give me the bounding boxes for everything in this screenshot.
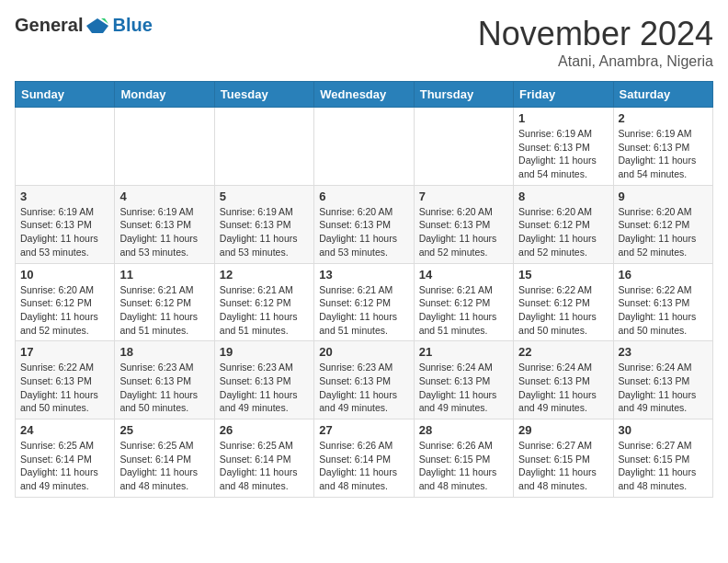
day-info: Sunrise: 6:21 AM Sunset: 6:12 PM Dayligh… [319, 283, 408, 338]
day-info: Sunrise: 6:26 AM Sunset: 6:14 PM Dayligh… [319, 439, 408, 493]
day-info: Sunrise: 6:19 AM Sunset: 6:13 PM Dayligh… [220, 205, 309, 259]
calendar-cell: 18Sunrise: 6:23 AM Sunset: 6:13 PM Dayli… [115, 341, 214, 419]
day-info: Sunrise: 6:23 AM Sunset: 6:13 PM Dayligh… [119, 361, 209, 415]
calendar-week-row: 24Sunrise: 6:25 AM Sunset: 6:14 PM Dayli… [16, 419, 713, 498]
calendar-cell: 19Sunrise: 6:23 AM Sunset: 6:13 PM Dayli… [214, 341, 313, 419]
calendar-cell: 29Sunrise: 6:27 AM Sunset: 6:15 PM Dayli… [514, 419, 613, 498]
day-number: 21 [419, 345, 508, 359]
day-info: Sunrise: 6:25 AM Sunset: 6:14 PM Dayligh… [119, 439, 209, 493]
day-info: Sunrise: 6:20 AM Sunset: 6:13 PM Dayligh… [319, 205, 408, 259]
calendar-cell: 14Sunrise: 6:21 AM Sunset: 6:12 PM Dayli… [414, 263, 513, 341]
weekday-header-sunday: Sunday [16, 82, 115, 108]
day-number: 9 [619, 190, 708, 203]
day-info: Sunrise: 6:19 AM Sunset: 6:13 PM Dayligh… [619, 127, 708, 181]
day-number: 5 [220, 190, 309, 203]
weekday-header-thursday: Thursday [414, 82, 513, 108]
calendar-cell: 5Sunrise: 6:19 AM Sunset: 6:13 PM Daylig… [214, 185, 313, 263]
calendar-cell: 4Sunrise: 6:19 AM Sunset: 6:13 PM Daylig… [115, 185, 214, 263]
day-number: 29 [518, 423, 608, 437]
day-info: Sunrise: 6:19 AM Sunset: 6:13 PM Dayligh… [518, 127, 608, 181]
calendar-cell: 30Sunrise: 6:27 AM Sunset: 6:15 PM Dayli… [613, 419, 712, 498]
day-info: Sunrise: 6:19 AM Sunset: 6:13 PM Dayligh… [119, 205, 209, 259]
day-number: 23 [619, 345, 708, 359]
day-info: Sunrise: 6:27 AM Sunset: 6:15 PM Dayligh… [518, 439, 608, 493]
weekday-header-wednesday: Wednesday [314, 82, 414, 108]
day-number: 2 [619, 111, 708, 125]
weekday-header-monday: Monday [115, 82, 214, 108]
calendar-cell: 26Sunrise: 6:25 AM Sunset: 6:14 PM Dayli… [214, 419, 313, 498]
calendar-cell: 23Sunrise: 6:24 AM Sunset: 6:13 PM Dayli… [613, 341, 712, 419]
calendar-cell: 24Sunrise: 6:25 AM Sunset: 6:14 PM Dayli… [16, 419, 115, 498]
calendar-cell: 13Sunrise: 6:21 AM Sunset: 6:12 PM Dayli… [314, 263, 414, 341]
location-text: Atani, Anambra, Nigeria [478, 53, 713, 70]
calendar-cell [214, 108, 313, 186]
day-info: Sunrise: 6:23 AM Sunset: 6:13 PM Dayligh… [319, 361, 408, 415]
day-info: Sunrise: 6:25 AM Sunset: 6:14 PM Dayligh… [20, 439, 109, 493]
weekday-header-saturday: Saturday [613, 82, 712, 108]
day-info: Sunrise: 6:27 AM Sunset: 6:15 PM Dayligh… [619, 439, 708, 493]
calendar-cell: 25Sunrise: 6:25 AM Sunset: 6:14 PM Dayli… [115, 419, 214, 498]
day-number: 20 [319, 345, 408, 359]
day-info: Sunrise: 6:25 AM Sunset: 6:14 PM Dayligh… [220, 439, 309, 493]
day-number: 7 [419, 190, 508, 203]
calendar-cell: 11Sunrise: 6:21 AM Sunset: 6:12 PM Dayli… [115, 263, 214, 341]
day-number: 27 [319, 423, 408, 437]
day-number: 19 [220, 345, 309, 359]
logo: General Blue [15, 15, 153, 36]
day-number: 8 [518, 190, 608, 203]
calendar-cell: 2Sunrise: 6:19 AM Sunset: 6:13 PM Daylig… [613, 108, 712, 186]
day-info: Sunrise: 6:24 AM Sunset: 6:13 PM Dayligh… [419, 361, 508, 415]
calendar-cell: 7Sunrise: 6:20 AM Sunset: 6:13 PM Daylig… [414, 185, 513, 263]
day-info: Sunrise: 6:20 AM Sunset: 6:12 PM Dayligh… [518, 205, 608, 259]
calendar-cell [414, 108, 513, 186]
logo-blue-text: Blue [112, 15, 152, 36]
day-number: 16 [619, 268, 708, 282]
title-block: November 2024 Atani, Anambra, Nigeria [478, 15, 713, 70]
calendar-week-row: 17Sunrise: 6:22 AM Sunset: 6:13 PM Dayli… [16, 341, 713, 419]
day-number: 1 [518, 111, 608, 125]
day-info: Sunrise: 6:20 AM Sunset: 6:12 PM Dayligh… [619, 205, 708, 259]
calendar-week-row: 3Sunrise: 6:19 AM Sunset: 6:13 PM Daylig… [16, 185, 713, 263]
day-number: 12 [220, 268, 309, 282]
day-number: 24 [20, 423, 109, 437]
calendar-cell: 15Sunrise: 6:22 AM Sunset: 6:12 PM Dayli… [514, 263, 613, 341]
calendar-cell: 16Sunrise: 6:22 AM Sunset: 6:13 PM Dayli… [613, 263, 712, 341]
calendar-cell: 22Sunrise: 6:24 AM Sunset: 6:13 PM Dayli… [514, 341, 613, 419]
calendar-cell: 17Sunrise: 6:22 AM Sunset: 6:13 PM Dayli… [16, 341, 115, 419]
day-info: Sunrise: 6:24 AM Sunset: 6:13 PM Dayligh… [518, 361, 608, 415]
day-number: 30 [619, 423, 708, 437]
logo-icon [85, 17, 110, 35]
day-number: 15 [518, 268, 608, 282]
calendar-table: SundayMondayTuesdayWednesdayThursdayFrid… [15, 81, 713, 498]
calendar-cell: 9Sunrise: 6:20 AM Sunset: 6:12 PM Daylig… [613, 185, 712, 263]
calendar-cell: 3Sunrise: 6:19 AM Sunset: 6:13 PM Daylig… [16, 185, 115, 263]
day-info: Sunrise: 6:23 AM Sunset: 6:13 PM Dayligh… [220, 361, 309, 415]
day-info: Sunrise: 6:21 AM Sunset: 6:12 PM Dayligh… [419, 283, 508, 338]
calendar-cell: 12Sunrise: 6:21 AM Sunset: 6:12 PM Dayli… [214, 263, 313, 341]
calendar-cell: 6Sunrise: 6:20 AM Sunset: 6:13 PM Daylig… [314, 185, 414, 263]
day-number: 18 [119, 345, 209, 359]
calendar-cell: 27Sunrise: 6:26 AM Sunset: 6:14 PM Dayli… [314, 419, 414, 498]
day-info: Sunrise: 6:22 AM Sunset: 6:13 PM Dayligh… [619, 283, 708, 338]
calendar-cell [115, 108, 214, 186]
day-number: 11 [119, 268, 209, 282]
day-number: 25 [119, 423, 209, 437]
month-title: November 2024 [478, 15, 713, 53]
page-header: General Blue November 2024 Atani, Anambr… [15, 15, 713, 70]
calendar-week-row: 1Sunrise: 6:19 AM Sunset: 6:13 PM Daylig… [16, 108, 713, 186]
day-info: Sunrise: 6:21 AM Sunset: 6:12 PM Dayligh… [119, 283, 209, 338]
calendar-cell [314, 108, 414, 186]
day-number: 22 [518, 345, 608, 359]
weekday-header-tuesday: Tuesday [214, 82, 313, 108]
day-info: Sunrise: 6:22 AM Sunset: 6:12 PM Dayligh… [518, 283, 608, 338]
day-number: 10 [20, 268, 109, 282]
calendar-cell: 28Sunrise: 6:26 AM Sunset: 6:15 PM Dayli… [414, 419, 513, 498]
day-info: Sunrise: 6:24 AM Sunset: 6:13 PM Dayligh… [619, 361, 708, 415]
calendar-cell: 20Sunrise: 6:23 AM Sunset: 6:13 PM Dayli… [314, 341, 414, 419]
weekday-header-friday: Friday [514, 82, 613, 108]
day-info: Sunrise: 6:21 AM Sunset: 6:12 PM Dayligh… [220, 283, 309, 338]
day-info: Sunrise: 6:26 AM Sunset: 6:15 PM Dayligh… [419, 439, 508, 493]
weekday-header-row: SundayMondayTuesdayWednesdayThursdayFrid… [16, 82, 713, 108]
day-number: 14 [419, 268, 508, 282]
logo-general-text: General [15, 15, 83, 36]
